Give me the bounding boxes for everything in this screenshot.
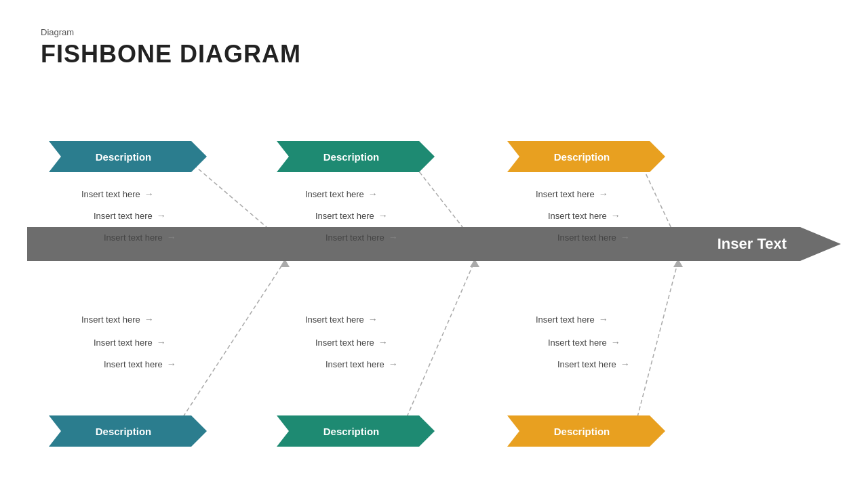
spine-arrow: [800, 227, 841, 261]
top1-item1-arrow: [144, 188, 154, 199]
top1-item1: Insert text here: [81, 188, 154, 199]
top2-item3-text: Insert text here: [326, 232, 384, 243]
svg-line-4: [407, 261, 475, 417]
top3-item1-arrow: [599, 188, 608, 199]
top2-item1: Insert text here: [305, 188, 378, 199]
top-chevron-3: Description: [507, 141, 650, 172]
bot1-item3: Insert text here: [104, 359, 176, 369]
bot-desc-1-label: Description: [96, 426, 152, 437]
bot3-item1: Insert text here: [536, 314, 608, 325]
bot3-item1-arrow: [599, 314, 608, 325]
top3-item1-text: Insert text here: [536, 189, 595, 199]
bot-chevron-1: Description: [49, 415, 191, 447]
bot1-item2-text: Insert text here: [94, 338, 153, 348]
top3-item2-arrow: [611, 210, 620, 221]
top1-item3-arrow: [167, 232, 176, 243]
top2-item3-arrow: [389, 232, 398, 243]
bot2-item2-text: Insert text here: [315, 338, 374, 348]
top3-item2: Insert text here: [548, 210, 620, 221]
header: Diagram FISHBONE DIAGRAM: [41, 27, 301, 68]
bot2-item1: Insert text here: [305, 314, 378, 325]
top1-item3-text: Insert text here: [104, 232, 163, 243]
bot2-item2-arrow: [378, 337, 388, 348]
bot-desc-3-label: Description: [554, 426, 610, 437]
bot3-item2: Insert text here: [548, 337, 620, 348]
top3-item3-text: Insert text here: [557, 232, 616, 243]
bot-desc-2-label: Description: [323, 426, 380, 437]
top2-item2: Insert text here: [315, 210, 388, 221]
bot1-item3-arrow: [167, 359, 176, 369]
top-chevron-1: Description: [49, 141, 191, 172]
top1-item1-text: Insert text here: [81, 189, 140, 199]
top2-item3: Insert text here: [326, 232, 398, 243]
svg-line-5: [637, 261, 678, 417]
bot2-item3-arrow: [389, 359, 398, 369]
bot3-item2-text: Insert text here: [548, 338, 607, 348]
top-chevron-2: Description: [277, 141, 419, 172]
bot3-item3-arrow: [620, 359, 630, 369]
bot3-item3-text: Insert text here: [557, 359, 616, 369]
top-desc-3-label: Description: [554, 151, 610, 163]
bot2-item1-text: Insert text here: [305, 314, 364, 325]
bot3-item1-text: Insert text here: [536, 314, 595, 325]
bot3-item3: Insert text here: [557, 359, 630, 369]
top3-item3: Insert text here: [557, 232, 630, 243]
bot2-item3: Insert text here: [326, 359, 398, 369]
top3-item1: Insert text here: [536, 188, 608, 199]
bot3-item2-arrow: [611, 337, 620, 348]
top2-item1-text: Insert text here: [305, 189, 364, 199]
top1-item2-arrow: [157, 210, 166, 221]
header-title: FISHBONE DIAGRAM: [41, 40, 301, 68]
bot1-item1-arrow: [144, 314, 154, 325]
bot2-item3-text: Insert text here: [326, 359, 384, 369]
top2-item1-arrow: [368, 188, 378, 199]
header-subtitle: Diagram: [41, 27, 301, 37]
bot-chevron-3: Description: [507, 415, 650, 447]
svg-line-3: [183, 261, 285, 417]
bot1-item1-text: Insert text here: [81, 314, 140, 325]
top2-item2-text: Insert text here: [315, 211, 374, 221]
bot1-item2-arrow: [157, 337, 166, 348]
bot2-item2: Insert text here: [315, 337, 388, 348]
spine-label: Inser Text: [717, 235, 787, 253]
top-desc-2-label: Description: [323, 151, 380, 163]
top1-item2: Insert text here: [94, 210, 166, 221]
bot1-item1: Insert text here: [81, 314, 154, 325]
top-desc-1-label: Description: [96, 151, 152, 163]
top2-item2-arrow: [378, 210, 388, 221]
top1-item2-text: Insert text here: [94, 211, 153, 221]
top3-item2-text: Insert text here: [548, 211, 607, 221]
top3-item3-arrow: [620, 232, 630, 243]
bot1-item3-text: Insert text here: [104, 359, 163, 369]
bot2-item1-arrow: [368, 314, 378, 325]
bot-chevron-2: Description: [277, 415, 419, 447]
top1-item3: Insert text here: [104, 232, 176, 243]
bot1-item2: Insert text here: [94, 337, 166, 348]
